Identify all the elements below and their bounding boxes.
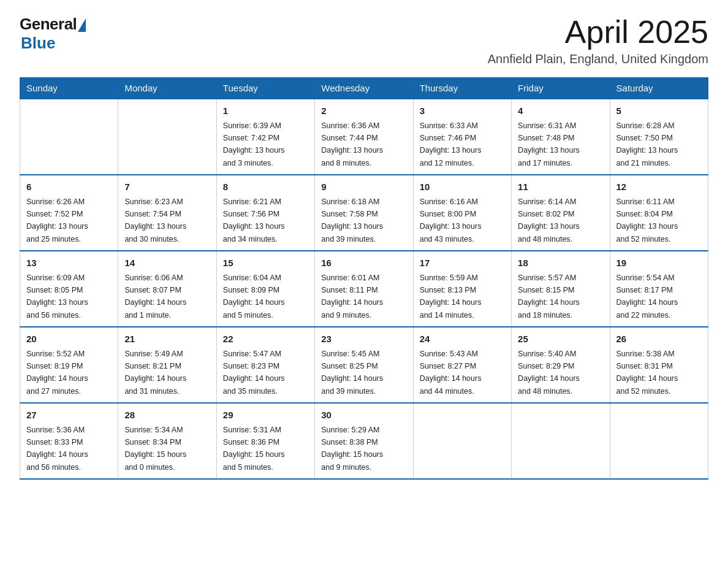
- calendar-header-monday: Monday: [118, 78, 216, 99]
- day-info: Sunrise: 6:39 AMSunset: 7:42 PMDaylight:…: [223, 121, 285, 167]
- calendar-cell: 21Sunrise: 5:49 AMSunset: 8:21 PMDayligh…: [118, 327, 216, 403]
- day-info: Sunrise: 6:31 AMSunset: 7:48 PMDaylight:…: [518, 121, 580, 167]
- day-number: 29: [223, 408, 308, 423]
- day-info: Sunrise: 5:59 AMSunset: 8:13 PMDaylight:…: [420, 274, 482, 320]
- day-info: Sunrise: 6:04 AMSunset: 8:09 PMDaylight:…: [223, 274, 285, 320]
- day-info: Sunrise: 6:28 AMSunset: 7:50 PMDaylight:…: [616, 121, 678, 167]
- calendar-cell: 8Sunrise: 6:21 AMSunset: 7:56 PMDaylight…: [216, 175, 314, 251]
- calendar-week-row: 27Sunrise: 5:36 AMSunset: 8:33 PMDayligh…: [20, 403, 708, 479]
- day-number: 7: [124, 180, 210, 194]
- calendar-cell: 13Sunrise: 6:09 AMSunset: 8:05 PMDayligh…: [20, 251, 118, 327]
- day-info: Sunrise: 6:23 AMSunset: 7:54 PMDaylight:…: [124, 197, 186, 243]
- calendar-week-row: 1Sunrise: 6:39 AMSunset: 7:42 PMDaylight…: [20, 99, 708, 175]
- day-info: Sunrise: 6:36 AMSunset: 7:44 PMDaylight:…: [321, 121, 383, 167]
- day-number: 10: [420, 180, 505, 194]
- day-number: 5: [616, 104, 702, 118]
- calendar-cell: 7Sunrise: 6:23 AMSunset: 7:54 PMDaylight…: [118, 175, 216, 251]
- day-info: Sunrise: 5:34 AMSunset: 8:34 PMDaylight:…: [124, 426, 186, 472]
- day-info: Sunrise: 5:43 AMSunset: 8:27 PMDaylight:…: [420, 350, 482, 396]
- calendar-week-row: 6Sunrise: 6:26 AMSunset: 7:52 PMDaylight…: [20, 175, 708, 251]
- page-header: General Blue April 2025 Annfield Plain, …: [20, 15, 708, 66]
- calendar-cell: 5Sunrise: 6:28 AMSunset: 7:50 PMDaylight…: [610, 99, 708, 175]
- day-info: Sunrise: 6:33 AMSunset: 7:46 PMDaylight:…: [420, 121, 482, 167]
- calendar-header-wednesday: Wednesday: [315, 78, 413, 99]
- calendar-cell: 9Sunrise: 6:18 AMSunset: 7:58 PMDaylight…: [315, 175, 413, 251]
- day-info: Sunrise: 6:21 AMSunset: 7:56 PMDaylight:…: [223, 197, 285, 243]
- day-info: Sunrise: 6:06 AMSunset: 8:07 PMDaylight:…: [124, 274, 186, 320]
- calendar-cell: 11Sunrise: 6:14 AMSunset: 8:02 PMDayligh…: [512, 175, 610, 251]
- day-info: Sunrise: 6:16 AMSunset: 8:00 PMDaylight:…: [420, 197, 482, 243]
- calendar-cell: 4Sunrise: 6:31 AMSunset: 7:48 PMDaylight…: [512, 99, 610, 175]
- title-block: April 2025 Annfield Plain, England, Unit…: [488, 15, 708, 66]
- calendar-header-sunday: Sunday: [20, 78, 118, 99]
- logo-triangle-icon: [78, 18, 86, 32]
- calendar-cell: 1Sunrise: 6:39 AMSunset: 7:42 PMDaylight…: [216, 99, 314, 175]
- calendar-cell: 6Sunrise: 6:26 AMSunset: 7:52 PMDaylight…: [20, 175, 118, 251]
- day-number: 19: [616, 256, 702, 270]
- calendar-cell: [512, 403, 610, 479]
- calendar-cell: 28Sunrise: 5:34 AMSunset: 8:34 PMDayligh…: [118, 403, 216, 479]
- calendar-table: SundayMondayTuesdayWednesdayThursdayFrid…: [20, 77, 708, 480]
- calendar-header-saturday: Saturday: [610, 78, 708, 99]
- day-number: 25: [518, 332, 603, 347]
- day-number: 2: [321, 104, 406, 118]
- day-number: 17: [420, 256, 505, 270]
- calendar-header-tuesday: Tuesday: [216, 78, 314, 99]
- day-info: Sunrise: 5:49 AMSunset: 8:21 PMDaylight:…: [124, 350, 186, 396]
- calendar-cell: 29Sunrise: 5:31 AMSunset: 8:36 PMDayligh…: [216, 403, 314, 479]
- calendar-cell: 19Sunrise: 5:54 AMSunset: 8:17 PMDayligh…: [610, 251, 708, 327]
- calendar-cell: 18Sunrise: 5:57 AMSunset: 8:15 PMDayligh…: [512, 251, 610, 327]
- calendar-cell: 17Sunrise: 5:59 AMSunset: 8:13 PMDayligh…: [413, 251, 511, 327]
- calendar-cell: [20, 99, 118, 175]
- logo-general-text: General: [20, 15, 77, 34]
- calendar-cell: [118, 99, 216, 175]
- calendar-cell: 23Sunrise: 5:45 AMSunset: 8:25 PMDayligh…: [315, 327, 413, 403]
- day-info: Sunrise: 6:14 AMSunset: 8:02 PMDaylight:…: [518, 197, 580, 243]
- day-number: 13: [26, 256, 112, 270]
- page-subtitle: Annfield Plain, England, United Kingdom: [488, 52, 708, 66]
- day-info: Sunrise: 5:57 AMSunset: 8:15 PMDaylight:…: [518, 274, 580, 320]
- calendar-header-thursday: Thursday: [413, 78, 511, 99]
- day-info: Sunrise: 5:45 AMSunset: 8:25 PMDaylight:…: [321, 350, 383, 396]
- calendar-cell: 22Sunrise: 5:47 AMSunset: 8:23 PMDayligh…: [216, 327, 314, 403]
- day-info: Sunrise: 6:18 AMSunset: 7:58 PMDaylight:…: [321, 197, 383, 243]
- logo: General Blue: [20, 15, 86, 53]
- calendar-cell: 10Sunrise: 6:16 AMSunset: 8:00 PMDayligh…: [413, 175, 511, 251]
- day-info: Sunrise: 6:26 AMSunset: 7:52 PMDaylight:…: [26, 197, 88, 243]
- calendar-cell: 15Sunrise: 6:04 AMSunset: 8:09 PMDayligh…: [216, 251, 314, 327]
- logo-blue-text: Blue: [21, 34, 55, 53]
- day-number: 27: [26, 408, 112, 423]
- calendar-cell: 14Sunrise: 6:06 AMSunset: 8:07 PMDayligh…: [118, 251, 216, 327]
- day-info: Sunrise: 5:52 AMSunset: 8:19 PMDaylight:…: [26, 350, 88, 396]
- day-info: Sunrise: 5:31 AMSunset: 8:36 PMDaylight:…: [223, 426, 285, 472]
- day-number: 16: [321, 256, 406, 270]
- calendar-cell: [610, 403, 708, 479]
- day-number: 21: [124, 332, 210, 347]
- calendar-cell: 16Sunrise: 6:01 AMSunset: 8:11 PMDayligh…: [315, 251, 413, 327]
- day-info: Sunrise: 5:54 AMSunset: 8:17 PMDaylight:…: [616, 274, 678, 320]
- calendar-cell: 3Sunrise: 6:33 AMSunset: 7:46 PMDaylight…: [413, 99, 511, 175]
- calendar-cell: 12Sunrise: 6:11 AMSunset: 8:04 PMDayligh…: [610, 175, 708, 251]
- day-number: 23: [321, 332, 406, 347]
- day-info: Sunrise: 6:11 AMSunset: 8:04 PMDaylight:…: [616, 197, 678, 243]
- day-number: 11: [518, 180, 603, 194]
- day-number: 12: [616, 180, 702, 194]
- day-number: 6: [26, 180, 112, 194]
- day-number: 30: [321, 408, 406, 423]
- day-info: Sunrise: 5:38 AMSunset: 8:31 PMDaylight:…: [616, 350, 678, 396]
- day-number: 26: [616, 332, 702, 347]
- calendar-week-row: 13Sunrise: 6:09 AMSunset: 8:05 PMDayligh…: [20, 251, 708, 327]
- day-number: 24: [420, 332, 505, 347]
- calendar-cell: 2Sunrise: 6:36 AMSunset: 7:44 PMDaylight…: [315, 99, 413, 175]
- day-info: Sunrise: 5:47 AMSunset: 8:23 PMDaylight:…: [223, 350, 285, 396]
- day-number: 28: [124, 408, 210, 423]
- calendar-cell: [413, 403, 511, 479]
- day-info: Sunrise: 6:09 AMSunset: 8:05 PMDaylight:…: [26, 274, 88, 320]
- calendar-cell: 27Sunrise: 5:36 AMSunset: 8:33 PMDayligh…: [20, 403, 118, 479]
- calendar-cell: 26Sunrise: 5:38 AMSunset: 8:31 PMDayligh…: [610, 327, 708, 403]
- calendar-week-row: 20Sunrise: 5:52 AMSunset: 8:19 PMDayligh…: [20, 327, 708, 403]
- day-number: 22: [223, 332, 308, 347]
- calendar-cell: 30Sunrise: 5:29 AMSunset: 8:38 PMDayligh…: [315, 403, 413, 479]
- day-info: Sunrise: 5:29 AMSunset: 8:38 PMDaylight:…: [321, 426, 383, 472]
- page-title: April 2025: [488, 15, 708, 50]
